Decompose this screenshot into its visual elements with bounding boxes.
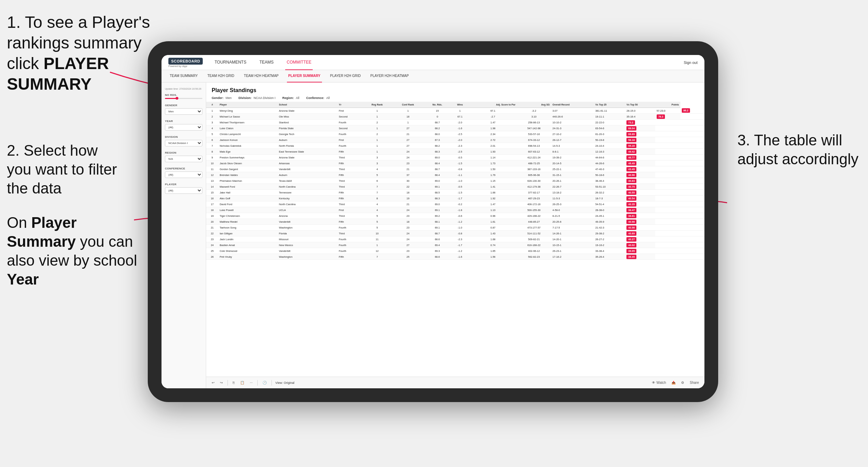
filter-player-select[interactable]: (All) <box>165 187 202 194</box>
table-cell: 3 <box>362 155 392 160</box>
table-cell: 18-7-3 <box>594 196 625 201</box>
table-cell: 448-85-27 <box>517 219 551 225</box>
table-cell: 17-16-2 <box>551 254 594 260</box>
paste-button[interactable]: 📋 <box>239 380 246 385</box>
share-button[interactable]: Share <box>688 380 700 385</box>
table-row[interactable]: 17David FordNorth CarolinaThird42169.0-0… <box>206 201 704 207</box>
more-button[interactable]: ··· <box>248 380 254 385</box>
nav-item-committee[interactable]: COMMITTEE <box>285 55 313 70</box>
sub-nav-team-summary[interactable]: TEAM SUMMARY <box>168 70 199 82</box>
table-row[interactable]: 11Gordon SargentVanderbiltThird42168.7-0… <box>206 166 704 172</box>
instruction-bottom-bold1: Player Summary <box>7 214 77 250</box>
table-cell: Third <box>337 155 362 160</box>
undo-button[interactable]: ↩ <box>210 380 216 385</box>
table-cell: 514-111-52 <box>517 231 551 236</box>
slider-thumb[interactable] <box>176 97 178 100</box>
filter-division-select[interactable]: NCAA Division I <box>165 140 202 146</box>
table-row[interactable]: 8Mats EgeEast Tennessee StateFifth12468.… <box>206 149 704 155</box>
table-row[interactable]: 23Jack LundinMissouriFourth112468.6-2.31… <box>206 236 704 242</box>
sub-nav-team-h2h-heatmap[interactable]: TEAM H2H HEATMAP <box>243 70 280 82</box>
table-cell: Auburn <box>278 137 337 143</box>
table-row[interactable]: 20Matthew RiedelVanderbiltFifth51868.1-1… <box>206 219 704 225</box>
table-cell: -1.6 <box>451 125 469 131</box>
filter-button[interactable]: ⚙ <box>680 380 686 385</box>
filter-region-select[interactable]: N/A <box>165 156 202 162</box>
table-cell: 15 <box>206 190 218 196</box>
filter-gender-select[interactable]: Men <box>165 108 202 115</box>
table-cell: -0.2 <box>451 201 469 207</box>
table-cell: 0.74 <box>469 242 517 248</box>
table-cell: 40.75 <box>625 184 655 190</box>
table-cell: 40.02 <box>625 242 655 248</box>
table-row[interactable]: 15Jake HallTennesseeFifth71868.5-1.51.66… <box>206 190 704 196</box>
table-row[interactable]: 18Luke PowellUCLAFirst42469.1-1.81.13500… <box>206 207 704 213</box>
table-cell: 22-26-7 <box>551 184 594 190</box>
sub-nav-team-h2h-grid[interactable]: TEAM H2H GRID <box>206 70 236 82</box>
nav-item-teams[interactable]: TEAMS <box>258 55 275 70</box>
table-cell: 402-96-12 <box>517 248 551 254</box>
table-cell: Brendan Valdes <box>218 172 278 178</box>
table-cell: 24 <box>392 155 424 160</box>
table-row[interactable]: 7Nicholas GabrielokNorth FloridaFourth12… <box>206 143 704 149</box>
table-cell: 10-15-1 <box>551 242 594 248</box>
table-cell: Fifth <box>337 254 362 260</box>
table-row[interactable]: 12Brendan ValdesAuburnFifth53768.4-1.11.… <box>206 172 704 178</box>
table-row[interactable]: 16Alex GoffKentuckyFifth81968.3-1.71.924… <box>206 196 704 201</box>
watch-button[interactable]: 👁 Watch <box>650 380 667 385</box>
table-row[interactable]: 26Petr HrubyWashingtonFifth72568.6-1.61.… <box>206 254 704 260</box>
filter-panel: Update time: 27/03/2024 16:56:26 No Rds.… <box>162 82 206 388</box>
clock-button[interactable]: 🕐 <box>261 380 268 385</box>
table-cell: 40.69 <box>625 231 655 236</box>
table-cell: 3.10 <box>517 114 551 120</box>
toolbar-right: 👁 Watch 📤 ⚙ Share <box>650 380 700 385</box>
table-cell: 1 <box>362 114 392 120</box>
table-cell: 21 <box>392 166 424 172</box>
table-row[interactable]: 6Jackson KoivunAuburnFirst12767.3-2.02.7… <box>206 137 704 143</box>
table-row[interactable]: 22Ian GilliganFloridaThird102468.7-0.81.… <box>206 231 704 236</box>
filter-summary-conference: Conference: All <box>306 96 330 100</box>
table-row[interactable]: 19Tiger ChristensenArizonaThird52369.2-0… <box>206 213 704 219</box>
filter-year-select[interactable]: (All) <box>165 124 202 131</box>
table-cell: -0.8 <box>451 166 469 172</box>
table-cell: 628-130-30 <box>517 178 551 184</box>
table-cell: Phichaksn Maichon <box>218 178 278 184</box>
table-cell: Vanderbilt <box>278 248 337 254</box>
table-row[interactable]: 1Wenyi DingArizona StateFirst1115167.1-3… <box>206 108 704 114</box>
table-cell: -3.2 <box>517 108 551 114</box>
table-row[interactable]: 10Jacob Skov OlesenArkansasFifth32368.4-… <box>206 160 704 166</box>
filter-conference-select[interactable]: (All) <box>165 171 202 178</box>
table-cell: Fifth <box>337 172 362 178</box>
table-row[interactable]: 9Preston SummerhaysArizona StateThird324… <box>206 155 704 160</box>
table-row[interactable]: 4Luke ClatonFlorida StateSecond12768.2-1… <box>206 125 704 131</box>
table-row[interactable]: 21Taehoon SongWashingtonFourth52369.1-1.… <box>206 225 704 231</box>
table-row[interactable]: 24Bastien AmatNew MexicoFourth12769.4-1.… <box>206 242 704 248</box>
table-cell: 18 <box>206 207 218 213</box>
table-row[interactable]: 5Christo LamprechtGeorgia TechFourth2216… <box>206 131 704 137</box>
export-button[interactable]: 📤 <box>670 380 677 385</box>
table-cell: 57-23-0 <box>655 108 680 114</box>
table-cell: 19-11-1 <box>594 114 625 120</box>
table-row[interactable]: 25Cole SherwoodVanderbiltFourth122369.3-… <box>206 248 704 254</box>
sub-nav-player-h2h-heatmap[interactable]: PLAYER H2H HEATMAP <box>369 70 410 82</box>
table-cell: 1 <box>362 125 392 131</box>
table-cell: 38-46-4 <box>594 178 625 184</box>
nav-item-tournaments[interactable]: TOURNAMENTS <box>213 55 247 70</box>
table-scroll[interactable]: # Player School Yr Reg Rank Conf Rank No… <box>206 102 704 377</box>
redo-button[interactable]: ↪ <box>219 380 224 385</box>
slider-bar[interactable] <box>165 98 202 99</box>
table-cell: Third <box>337 213 362 219</box>
table-cell: 509-82-21 <box>517 236 551 242</box>
sub-nav-player-summary[interactable]: PLAYER SUMMARY <box>287 70 322 82</box>
sign-out-link[interactable]: Sign out <box>684 60 698 65</box>
table-cell: -1.2 <box>451 219 469 225</box>
table-cell: Arizona <box>278 213 337 219</box>
table-row[interactable]: 14Maxwell FordNorth CarolinaThird72269.1… <box>206 184 704 190</box>
table-cell: 22 <box>392 184 424 190</box>
table-row[interactable]: 13Phichaksn MaichonTexas A&MThird63069.0… <box>206 178 704 184</box>
table-row[interactable]: 3Michael ThorbjornsenStanfordFourth2168.… <box>206 120 704 125</box>
main-area: Player Standings Gender: Men Division: N… <box>206 82 704 388</box>
copy-button[interactable]: ⎘ <box>231 380 236 385</box>
table-row[interactable]: 2Michael Le SassoOle MissSecond118067.1-… <box>206 114 704 120</box>
sub-nav-player-h2h-grid[interactable]: PLAYER H2H GRID <box>329 70 362 82</box>
table-cell: 68.2 <box>424 125 451 131</box>
